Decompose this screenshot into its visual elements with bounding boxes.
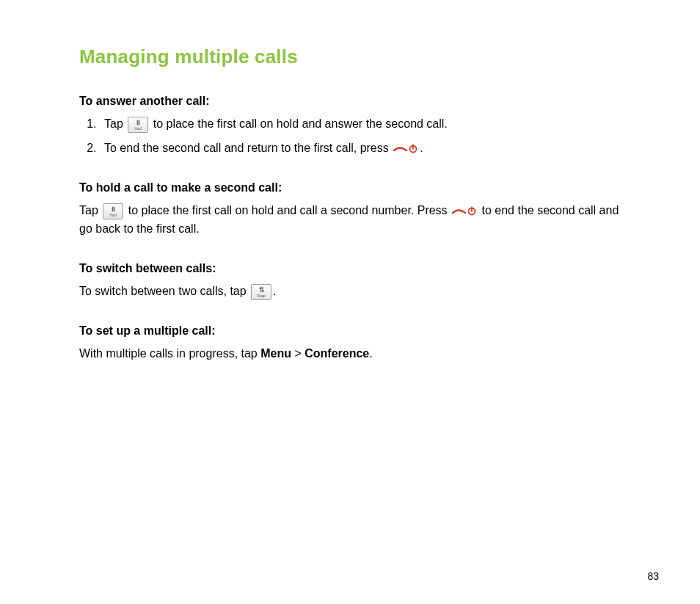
hold-button-icon: ⏸Hold <box>103 203 123 219</box>
text-fragment: Tap <box>79 204 101 217</box>
heading-switch-calls: To switch between calls: <box>79 262 627 275</box>
answer-step-2: To end the second call and return to the… <box>100 139 627 158</box>
text-fragment: . <box>420 142 423 154</box>
hold-call-text: Tap ⏸Hold to place the first call on hol… <box>79 202 627 239</box>
heading-multiple-call: To set up a multiple call: <box>79 324 627 338</box>
text-fragment: > <box>291 347 305 360</box>
end-power-key-icon <box>452 202 477 220</box>
page-content: Managing multiple calls To answer anothe… <box>0 0 700 363</box>
text-fragment: . <box>369 347 372 360</box>
end-power-key-icon <box>393 139 418 158</box>
switch-calls-text: To switch between two calls, tap ⇅Swap. <box>79 283 627 301</box>
answer-step-1: Tap ⏸Hold to place the first call on hol… <box>100 115 627 134</box>
text-fragment: With multiple calls in progress, tap <box>79 347 260 360</box>
text-fragment: . <box>273 285 276 297</box>
heading-answer-another-call: To answer another call: <box>79 95 627 108</box>
menu-label: Menu <box>260 347 291 360</box>
multiple-call-text: With multiple calls in progress, tap Men… <box>79 345 627 363</box>
text-fragment: to place the first call on hold and answ… <box>150 117 448 130</box>
answer-steps-list: Tap ⏸Hold to place the first call on hol… <box>79 115 627 158</box>
swap-button-icon: ⇅Swap <box>251 284 271 300</box>
page-title: Managing multiple calls <box>79 46 627 68</box>
text-fragment: to place the first call on hold and call… <box>125 204 451 217</box>
conference-label: Conference <box>305 347 369 360</box>
text-fragment: To end the second call and return to the… <box>104 142 392 154</box>
heading-hold-call: To hold a call to make a second call: <box>79 181 627 194</box>
hold-button-icon: ⏸Hold <box>128 117 148 133</box>
text-fragment: Tap <box>104 117 126 130</box>
page-number: 83 <box>647 570 659 582</box>
text-fragment: To switch between two calls, tap <box>79 285 249 297</box>
